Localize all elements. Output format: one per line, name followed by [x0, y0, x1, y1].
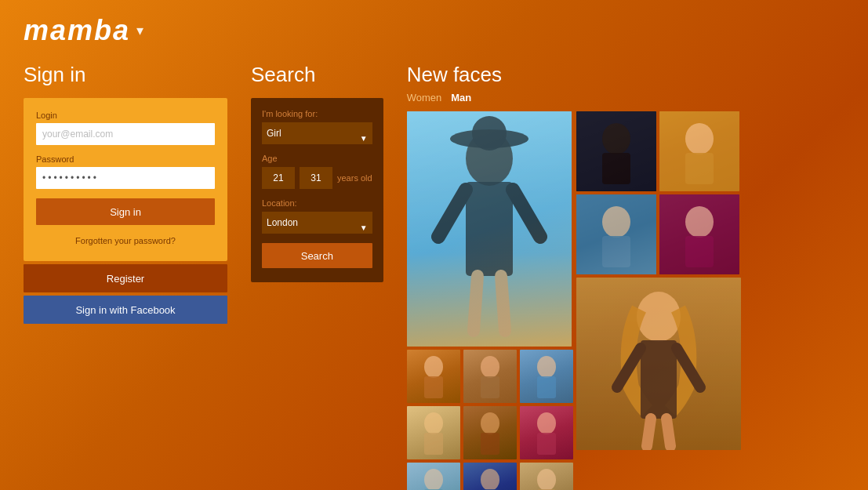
medium-photo-2[interactable]: [576, 194, 656, 274]
location-select[interactable]: London New York Paris: [262, 212, 372, 234]
main-photo-img: [407, 111, 572, 347]
svg-point-9: [424, 356, 443, 378]
small-photo-3[interactable]: [520, 350, 573, 403]
signin-section: Sign in Login Password Sign in Forgotten…: [24, 63, 227, 324]
svg-point-17: [481, 412, 499, 434]
location-label: Location:: [262, 198, 372, 208]
register-button[interactable]: Register: [24, 264, 227, 292]
svg-rect-16: [424, 433, 443, 455]
svg-point-13: [537, 356, 556, 378]
small-photo-4-img: [407, 406, 460, 459]
svg-rect-12: [481, 376, 499, 398]
logo[interactable]: mamba: [24, 14, 130, 47]
small-photo-5-img: [463, 406, 517, 459]
small-photo-9[interactable]: [520, 463, 573, 490]
svg-point-25: [537, 469, 556, 490]
age-from-input[interactable]: [262, 167, 295, 189]
small-photo-1[interactable]: [407, 350, 460, 403]
age-label: Age: [262, 154, 372, 163]
main-photo[interactable]: [407, 111, 572, 347]
svg-rect-14: [537, 376, 556, 398]
medium-photo-4[interactable]: [659, 194, 739, 274]
small-photo-2-img: [463, 350, 517, 403]
svg-point-31: [602, 206, 630, 238]
small-photo-6[interactable]: [520, 406, 573, 459]
svg-rect-2: [466, 182, 513, 276]
photo-grid: [407, 111, 844, 490]
small-photo-7-img: [407, 463, 460, 490]
large-right-photo-img: [576, 278, 741, 450]
svg-rect-10: [424, 376, 443, 398]
small-photo-1-img: [407, 350, 460, 403]
tab-women[interactable]: Women: [407, 92, 442, 103]
medium-photo-3[interactable]: [659, 111, 739, 191]
svg-point-8: [472, 116, 507, 151]
small-photo-3-img: [520, 350, 573, 403]
login-input[interactable]: [36, 123, 215, 145]
age-suffix: years old: [337, 173, 372, 183]
looking-for-wrapper: Girl Man: [262, 122, 372, 154]
signin-title: Sign in: [24, 63, 227, 87]
small-row-3: [407, 463, 573, 490]
large-right-photo[interactable]: [576, 278, 741, 450]
svg-rect-38: [685, 236, 714, 267]
svg-rect-18: [481, 433, 499, 455]
signin-box: Login Password Sign in Forgotten your pa…: [24, 98, 227, 261]
svg-rect-20: [537, 433, 556, 455]
logo-chevron-icon[interactable]: ▾: [136, 22, 143, 39]
svg-point-34: [685, 123, 714, 154]
svg-rect-41: [641, 340, 677, 419]
signin-button[interactable]: Sign in: [36, 198, 215, 225]
medium-photo-2-img: [576, 194, 656, 274]
svg-point-21: [424, 469, 443, 490]
svg-point-11: [481, 356, 499, 378]
search-box: I'm looking for: Girl Man Age years old …: [251, 98, 383, 282]
col-left: [407, 111, 573, 490]
svg-point-28: [602, 123, 630, 154]
svg-line-45: [666, 419, 670, 446]
facebook-signin-button[interactable]: Sign in with Facebook: [24, 296, 227, 324]
looking-for-label: I'm looking for:: [262, 109, 372, 118]
medium-photo-4-img: [659, 194, 739, 274]
small-photo-7[interactable]: [407, 463, 460, 490]
svg-point-19: [537, 412, 556, 434]
password-input[interactable]: [36, 167, 215, 189]
faces-tabs: Women Man: [407, 92, 844, 103]
svg-rect-35: [685, 153, 714, 184]
svg-point-15: [424, 412, 443, 434]
svg-rect-29: [602, 153, 630, 184]
signin-bottom: Register Sign in with Facebook: [24, 264, 227, 324]
medium-photo-1[interactable]: [576, 111, 656, 191]
svg-point-23: [481, 469, 499, 490]
small-row-1: [407, 350, 573, 403]
looking-for-select[interactable]: Girl Man: [262, 122, 372, 144]
small-photo-4[interactable]: [407, 406, 460, 459]
small-photo-8[interactable]: [463, 463, 517, 490]
svg-rect-32: [602, 236, 630, 267]
small-photo-9-img: [520, 463, 573, 490]
col-right-top: [576, 111, 741, 274]
location-wrapper: London New York Paris: [262, 212, 372, 243]
login-label: Login: [36, 111, 215, 120]
svg-line-6: [501, 276, 505, 331]
small-photo-2[interactable]: [463, 350, 517, 403]
col-top-right: [576, 111, 656, 274]
medium-photo-3-img: [659, 111, 739, 191]
col-right: [576, 111, 741, 490]
search-section: Search I'm looking for: Girl Man Age yea…: [251, 63, 383, 282]
medium-photo-1-img: [576, 111, 656, 191]
svg-line-5: [474, 276, 478, 331]
svg-line-44: [647, 419, 651, 446]
small-row-2: [407, 406, 573, 459]
forgot-password-link[interactable]: Forgotten your password?: [36, 236, 215, 245]
age-to-input[interactable]: [300, 167, 332, 189]
new-faces-title: New faces: [407, 63, 844, 87]
small-photo-6-img: [520, 406, 573, 459]
small-photo-5[interactable]: [463, 406, 517, 459]
tab-man[interactable]: Man: [451, 92, 471, 103]
small-photo-8-img: [463, 463, 517, 490]
header: mamba ▾: [0, 0, 868, 55]
search-button[interactable]: Search: [262, 243, 372, 268]
age-row: years old: [262, 167, 372, 189]
col-top-right-2: [659, 111, 739, 274]
